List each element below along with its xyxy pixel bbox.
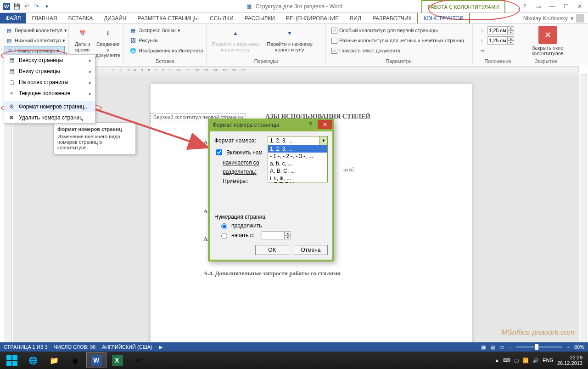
datetime-button[interactable]: 📅Дата и время — [73, 26, 92, 58]
goto-footer-button[interactable]: ▼Перейти к нижнему колонтитулу — [264, 26, 315, 52]
zoom-value[interactable]: 80% — [574, 344, 584, 350]
close-icon[interactable]: ✕ — [574, 2, 585, 11]
tray-sound-icon[interactable]: 🔊 — [532, 358, 539, 363]
qat-more-icon[interactable]: ▾ — [43, 3, 50, 10]
dialog-help-icon[interactable]: ? — [305, 120, 316, 129]
combo-option[interactable]: A, B, C, ... — [268, 167, 327, 175]
start-at-radio[interactable]: начать с: ▲▼ — [219, 231, 328, 239]
include-chapter-checkbox[interactable] — [216, 149, 222, 155]
number-format-input[interactable] — [268, 136, 328, 145]
maximize-icon[interactable]: ☐ — [560, 2, 571, 11]
combo-option[interactable]: - 1 -, - 2 -, - 3 -, ... — [268, 153, 327, 160]
menu-bottom-of-page[interactable]: ▤Внизу страницы — [4, 66, 95, 77]
taskbar-excel-icon[interactable]: X — [107, 352, 128, 368]
spin-down-icon[interactable]: ▼ — [285, 235, 291, 239]
status-macro-icon[interactable]: ▶ — [159, 344, 162, 350]
pictures-button[interactable]: 🖼Рисунки — [128, 36, 202, 45]
save-icon[interactable]: 💾 — [13, 3, 20, 10]
zoom-in-icon[interactable]: + — [567, 344, 570, 350]
menu-remove-page-numbers[interactable]: ✖Удалить номера страниц — [4, 112, 95, 123]
doc-info-button[interactable]: ℹСведения о документе — [96, 26, 120, 58]
tray-keyboard-icon[interactable]: ⌨ — [503, 358, 510, 363]
radio-start-at[interactable] — [221, 233, 227, 239]
taskbar-ie-icon[interactable]: 🌐 — [23, 352, 43, 368]
ok-button[interactable]: OK — [255, 245, 289, 255]
undo-icon[interactable]: ↶ — [23, 3, 30, 10]
spin-down-icon[interactable]: ▼ — [508, 40, 514, 45]
zoom-out-icon[interactable]: − — [509, 344, 511, 350]
avatar[interactable] — [576, 14, 584, 23]
zoom-slider[interactable] — [516, 346, 562, 348]
spin-up-icon[interactable]: ▲ — [508, 36, 514, 40]
horizontal-ruler[interactable]: 3 · · 2 · · 1 · · · · 1 · · 2 · · 3 · · … — [13, 66, 579, 74]
view-read-icon[interactable]: ▤ — [490, 344, 495, 350]
tab-file[interactable]: ФАЙЛ — [0, 13, 26, 23]
status-page[interactable]: СТРАНИЦА 1 ИЗ 3 — [4, 344, 48, 350]
tab-constructor[interactable]: КОНСТРУКТОР — [417, 13, 470, 23]
ribbon-display-icon[interactable]: ▭ — [533, 2, 544, 11]
spin-up-icon[interactable]: ▲ — [285, 231, 291, 235]
insert-tab-button[interactable]: ⇥ — [476, 46, 519, 55]
quick-parts-button[interactable]: ▦Экспресс-блоки▾ — [128, 26, 202, 35]
taskbar-explorer-icon[interactable]: 📁 — [44, 352, 64, 368]
continue-radio[interactable]: продолжить — [219, 222, 328, 229]
tray-up-icon[interactable]: ▲ — [494, 358, 499, 363]
combo-option[interactable]: a, b, c, ... — [268, 160, 327, 167]
spin-down-icon[interactable]: ▼ — [508, 30, 514, 34]
dialog-title-bar[interactable]: Формат номера страницы ? ✕ — [208, 119, 334, 131]
tray-flag-icon[interactable]: ▢ — [514, 358, 519, 363]
tab-mailings[interactable]: РАССЫЛКИ — [239, 13, 280, 23]
status-words[interactable]: ЧИСЛО СЛОВ: 96 — [54, 344, 96, 350]
show-doc-checkbox[interactable]: ✓Показать текст документа — [330, 46, 469, 55]
user-area[interactable]: Nikolay Koldovsky ▾ — [523, 13, 584, 24]
status-language[interactable]: АНГЛИЙСКИЙ (США) — [102, 344, 152, 350]
radio-continue[interactable] — [221, 223, 227, 229]
close-headerfooter-button[interactable]: ✕ Закрыть окно колонтитулов — [527, 26, 568, 56]
combo-option[interactable]: 1, 2, 3, ... — [268, 145, 327, 153]
tab-view[interactable]: ВИД — [344, 13, 367, 23]
cancel-button[interactable]: Отмена — [294, 245, 328, 255]
taskbar-word-icon[interactable]: W — [86, 352, 106, 368]
vertical-scrollbar[interactable] — [580, 74, 587, 342]
tab-developer[interactable]: РАЗРАБОТЧИК — [367, 13, 417, 23]
view-print-icon[interactable]: ▦ — [481, 344, 486, 350]
header-position-field[interactable]: ↕▲▼ — [476, 26, 519, 35]
online-pictures-button[interactable]: 🌐Изображения из Интернета — [128, 46, 202, 55]
menu-top-of-page[interactable]: ▤Вверху страницы — [4, 55, 95, 66]
tab-layout[interactable]: РАЗМЕТКА СТРАНИЦЫ — [132, 13, 205, 23]
odd-even-checkbox[interactable]: Разные колонтитулы для четных и нечетных… — [330, 36, 469, 45]
header-button[interactable]: ▤Верхний колонтитул▾ — [4, 26, 65, 35]
tab-references[interactable]: ССЫЛКИ — [204, 13, 239, 23]
tab-design[interactable]: ДИЗАЙН — [98, 13, 132, 23]
tray-clock[interactable]: 22:29 26.12.2013 — [557, 355, 582, 366]
menu-current-position[interactable]: ⌖Текущее положение — [4, 88, 95, 99]
taskbar-snip-icon[interactable]: ✂ — [129, 352, 149, 368]
combo-option[interactable]: i, ii, iii, ... — [268, 175, 327, 182]
redo-icon[interactable]: ↷ — [33, 3, 40, 10]
menu-format-page-numbers[interactable]: ⚙Формат номеров страниц... — [4, 101, 95, 112]
header-pos-input[interactable] — [487, 26, 508, 34]
number-format-combo[interactable]: ▼ 1, 2, 3, ... - 1 -, - 2 -, - 3 -, ... … — [268, 136, 328, 145]
tray-network-icon[interactable]: 📶 — [522, 358, 529, 363]
tray-language[interactable]: ENG — [543, 358, 554, 363]
view-web-icon[interactable]: ▭ — [499, 344, 504, 350]
footer-button[interactable]: ▤Нижний колонтитул▾ — [4, 36, 65, 45]
first-page-checkbox[interactable]: ✓Особый колонтитул для первой страницы — [330, 26, 469, 35]
tab-review[interactable]: РЕЦЕНЗИРОВАНИЕ — [280, 13, 344, 23]
dropdown-icon: ▾ — [62, 38, 65, 44]
minimize-icon[interactable]: — — [547, 2, 558, 11]
combo-arrow-icon[interactable]: ▼ — [319, 136, 328, 145]
tab-insert[interactable]: ВСТАВКА — [62, 13, 98, 23]
footer-pos-input[interactable] — [487, 36, 508, 45]
menu-page-margins[interactable]: ▢На полях страницы — [4, 77, 95, 88]
start-button[interactable] — [2, 352, 22, 368]
start-at-input[interactable] — [262, 231, 285, 239]
help-icon[interactable]: ? — [519, 2, 530, 11]
user-dropdown-icon[interactable]: ▾ — [571, 15, 573, 22]
dialog-close-icon[interactable]: ✕ — [318, 120, 332, 129]
footer-position-field[interactable]: ↕▲▼ — [476, 36, 519, 45]
group-label-nav: Переходы — [210, 58, 322, 64]
taskbar-chrome-icon[interactable]: ◉ — [65, 352, 85, 368]
tab-home[interactable]: ГЛАВНАЯ — [26, 13, 62, 23]
spin-up-icon[interactable]: ▲ — [508, 26, 514, 30]
